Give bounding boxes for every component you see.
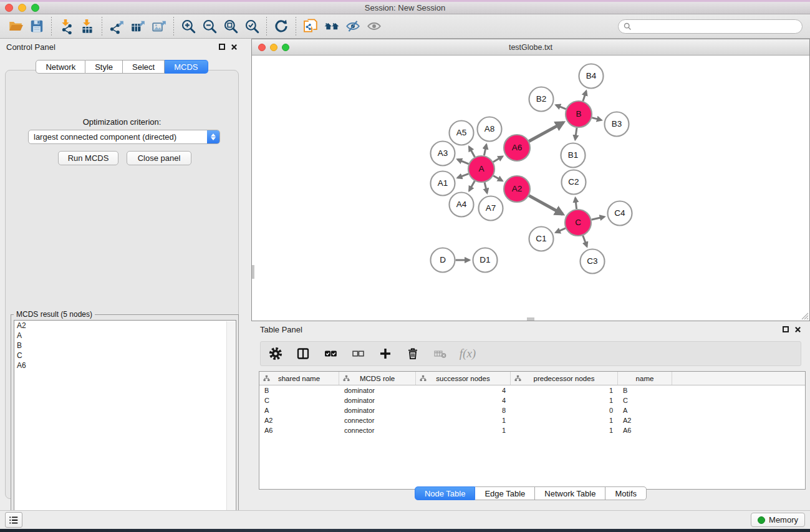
table-cell[interactable]: dominator xyxy=(339,397,416,404)
column-header-MCDS-role[interactable]: MCDS role xyxy=(339,372,416,385)
deselect-all-button[interactable] xyxy=(349,344,367,363)
table-cell[interactable]: A6 xyxy=(618,427,672,434)
table-close-panel-icon[interactable] xyxy=(794,326,801,333)
table-cell[interactable]: C xyxy=(259,397,339,404)
table-row[interactable]: Adominator80A xyxy=(259,405,805,415)
export-network-button[interactable] xyxy=(106,16,127,36)
table-cell[interactable]: A6 xyxy=(259,427,339,434)
table-cell[interactable]: connector xyxy=(339,417,416,424)
table-cell[interactable]: 1 xyxy=(416,427,511,434)
node-A8[interactable]: A8 xyxy=(478,117,502,142)
column-header-successor-nodes[interactable]: successor nodes xyxy=(416,372,511,385)
edge-A-A4[interactable] xyxy=(469,181,475,191)
network-canvas[interactable]: AA1A2A3A4A5A6A7A8BB1B2B3B4CC1C2C3C4DD1 xyxy=(252,56,809,321)
table-cell[interactable]: 4 xyxy=(416,387,511,394)
show-panels-button[interactable] xyxy=(5,512,22,528)
node-A7[interactable]: A7 xyxy=(479,196,503,221)
node-C3[interactable]: C3 xyxy=(581,249,605,274)
criterion-select[interactable]: largest connected component (directed) xyxy=(28,130,220,144)
table-cell[interactable]: 1 xyxy=(511,417,618,424)
table-cell[interactable]: B xyxy=(259,387,339,394)
table-cell[interactable]: 1 xyxy=(511,427,618,434)
tab-edge-table[interactable]: Edge Table xyxy=(475,486,535,500)
table-row[interactable]: Cdominator41C xyxy=(259,395,805,405)
edge-A-A3[interactable] xyxy=(458,160,469,164)
table-cell[interactable]: 8 xyxy=(416,407,511,414)
mcds-result-item[interactable]: B xyxy=(14,341,236,351)
edge-B-B4[interactable] xyxy=(583,91,586,101)
mcds-result-item[interactable]: C xyxy=(14,351,236,360)
zoom-selected-button[interactable] xyxy=(241,16,263,36)
table-cell[interactable]: B xyxy=(618,387,672,394)
refresh-button[interactable] xyxy=(271,16,292,36)
edge-A-A8[interactable] xyxy=(484,145,486,156)
edge-A-A2[interactable] xyxy=(493,176,502,181)
float-panel-icon[interactable] xyxy=(219,44,225,50)
table-cell[interactable]: 4 xyxy=(416,397,511,404)
zoom-in-button[interactable] xyxy=(178,16,199,36)
edge-B-B2[interactable] xyxy=(556,105,566,109)
export-image-button[interactable] xyxy=(148,16,170,36)
table-cell[interactable]: A xyxy=(259,407,339,414)
table-cell[interactable]: dominator xyxy=(339,387,416,394)
mcds-result-item[interactable]: A xyxy=(14,331,236,341)
node-A[interactable]: A xyxy=(468,156,494,182)
edge-C-C4[interactable] xyxy=(592,217,605,220)
table-cell[interactable]: 1 xyxy=(511,387,618,394)
table-cell[interactable]: 1 xyxy=(416,417,511,424)
table-cell[interactable]: dominator xyxy=(339,407,416,414)
select-all-button[interactable] xyxy=(322,344,339,363)
table-float-panel-icon[interactable] xyxy=(783,326,789,332)
node-A3[interactable]: A3 xyxy=(431,142,455,166)
save-session-button[interactable] xyxy=(26,16,47,36)
edge-A6-B[interactable] xyxy=(529,122,563,141)
mcds-result-item[interactable]: A6 xyxy=(14,360,236,370)
node-D[interactable]: D xyxy=(431,248,455,273)
tab-network[interactable]: Network xyxy=(36,60,85,74)
mcds-result-list[interactable]: A2ABCA6 xyxy=(14,320,236,524)
edge-B-B1[interactable] xyxy=(575,128,577,140)
column-header-predecessor-nodes[interactable]: predecessor nodes xyxy=(511,372,618,385)
node-A5[interactable]: A5 xyxy=(450,121,474,145)
tab-node-table[interactable]: Node Table xyxy=(415,486,476,500)
table-cell[interactable]: 0 xyxy=(511,407,618,414)
import-network-button[interactable] xyxy=(55,16,77,36)
table-cell[interactable]: A2 xyxy=(618,417,672,424)
edge-C-C3[interactable] xyxy=(583,236,587,247)
table-row[interactable]: A2connector11A2 xyxy=(259,415,805,425)
network-window-titlebar[interactable]: testGlobe.txt xyxy=(252,39,809,56)
table-cell[interactable]: 1 xyxy=(511,397,618,404)
node-B4[interactable]: B4 xyxy=(579,64,604,89)
search-input[interactable] xyxy=(635,22,797,31)
table-cell[interactable]: A xyxy=(618,407,672,414)
new-network-from-file-button[interactable] xyxy=(300,16,321,36)
vertical-scroll-thumb[interactable] xyxy=(252,265,254,279)
close-panel-button[interactable]: Close panel xyxy=(127,151,191,165)
node-A2[interactable]: A2 xyxy=(504,176,530,202)
node-B3[interactable]: B3 xyxy=(605,112,629,137)
zoom-fit-button[interactable] xyxy=(220,16,241,36)
tab-network-table[interactable]: Network Table xyxy=(535,486,605,500)
table-row[interactable]: Bdominator41B xyxy=(259,385,805,395)
edge-A2-C[interactable] xyxy=(529,196,562,215)
settings-button[interactable] xyxy=(267,344,284,363)
edge-A-A5[interactable] xyxy=(469,147,475,157)
network-graph[interactable]: AA1A2A3A4A5A6A7A8BB1B2B3B4CC1C2C3C4DD1 xyxy=(252,56,809,321)
edge-B-B3[interactable] xyxy=(592,118,601,120)
tab-motifs[interactable]: Motifs xyxy=(605,486,647,500)
split-view-button[interactable] xyxy=(294,344,312,363)
zoom-out-button[interactable] xyxy=(199,16,220,36)
node-A1[interactable]: A1 xyxy=(431,172,455,196)
column-header-shared-name[interactable]: shared name xyxy=(259,372,339,385)
node-B1[interactable]: B1 xyxy=(561,143,586,168)
node-A6[interactable]: A6 xyxy=(504,135,530,161)
edge-C-C1[interactable] xyxy=(556,228,566,233)
edge-A-A7[interactable] xyxy=(485,182,487,193)
open-file-button[interactable] xyxy=(5,16,26,36)
table-cell[interactable]: A2 xyxy=(259,417,339,424)
column-header-name[interactable]: name xyxy=(618,372,672,385)
edge-A-A6[interactable] xyxy=(493,157,503,162)
node-B[interactable]: B xyxy=(566,101,592,127)
edge-A-A1[interactable] xyxy=(458,174,469,178)
hide-selected-button[interactable] xyxy=(342,16,364,36)
